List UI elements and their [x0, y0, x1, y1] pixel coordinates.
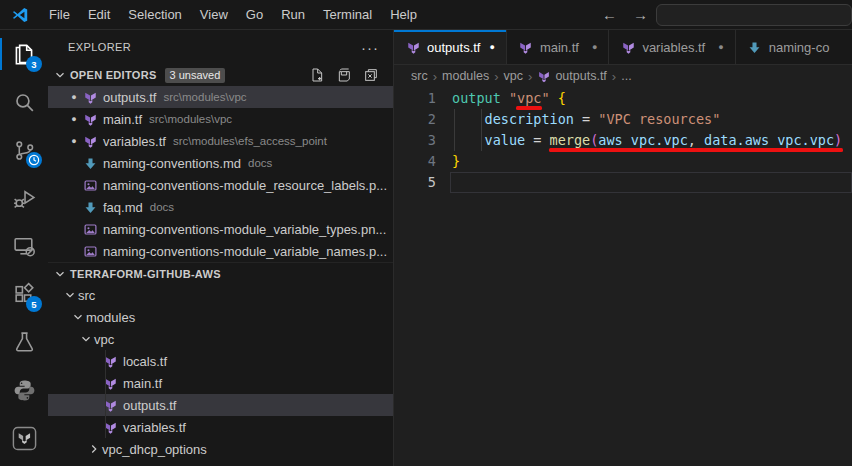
badge: 3 [26, 56, 42, 72]
sidebar-header: EXPLORER ··· [48, 30, 393, 64]
open-editor-naming-conventions.md[interactable]: naming-conventions.mddocs [48, 152, 393, 174]
tree-item-variables.tf[interactable]: variables.tf [48, 416, 393, 438]
editor-group: outputs.tf●main.tf●variables.tf●naming-c… [394, 30, 852, 466]
code-line-3[interactable]: 3 value = merge(aws_vpc.vpc, data.aws_vp… [394, 130, 852, 151]
breadcrumb-...[interactable]: ... [621, 69, 631, 83]
tree-item-label: locals.tf [123, 354, 167, 369]
tree-item-vpc[interactable]: vpc [48, 328, 393, 350]
menu-terminal[interactable]: Terminal [314, 4, 381, 25]
tree-item-label: outputs.tf [123, 398, 176, 413]
tree-item-main.tf[interactable]: main.tf [48, 372, 393, 394]
open-editor-naming-conventions-module_variable_names.p...[interactable]: naming-conventions-module_variable_names… [48, 240, 393, 262]
more-actions-icon[interactable]: ··· [361, 39, 379, 56]
open-editor-main.tf[interactable]: ●main.tfsrc\modules\vpc [48, 108, 393, 130]
history-back-button[interactable]: ← [594, 6, 625, 23]
modified-dot: ● [66, 92, 82, 102]
file-name: naming-conventions-module_variable_types… [103, 222, 386, 237]
menu-file[interactable]: File [40, 4, 79, 25]
tab-outputs.tf[interactable]: outputs.tf● [394, 30, 507, 65]
current-line-highlight [450, 172, 852, 193]
menu-view[interactable]: View [191, 4, 237, 25]
activitybar-source-control[interactable] [0, 126, 48, 174]
file-name: outputs.tf [103, 90, 156, 105]
tab-variables.tf[interactable]: variables.tf● [609, 30, 735, 64]
open-editor-naming-conventions-module_variable_types.pn...[interactable]: naming-conventions-module_variable_types… [48, 218, 393, 240]
command-center-search[interactable] [656, 4, 852, 26]
testing-icon [12, 330, 37, 355]
menu-go[interactable]: Go [237, 4, 272, 25]
chevron-right-icon [86, 441, 102, 457]
breadcrumb-separator: › [494, 69, 498, 84]
breadcrumb-separator: › [528, 69, 532, 84]
terraform-icon [537, 69, 551, 83]
history-forward-button[interactable]: → [625, 6, 656, 23]
terraform-boxed-icon [11, 425, 38, 452]
code-line-4[interactable]: 4} [394, 151, 852, 172]
terraform-icon [82, 89, 98, 105]
save-all-button[interactable] [336, 67, 352, 83]
tree-item-outputs.tf[interactable]: outputs.tf [48, 394, 393, 416]
close-all-button[interactable] [363, 67, 379, 83]
menu-help[interactable]: Help [381, 4, 426, 25]
tab-label: naming-co [769, 40, 830, 55]
open-editors-label: OPEN EDITORS [70, 69, 157, 81]
breadcrumb-src[interactable]: src [411, 69, 428, 83]
image-icon [82, 177, 98, 193]
tree-item-src[interactable]: src [48, 284, 393, 306]
file-name: faq.md [103, 200, 143, 215]
activitybar-run-and-debug[interactable] [0, 174, 48, 222]
menu-edit[interactable]: Edit [79, 4, 119, 25]
code-line-5[interactable]: 5 [394, 172, 852, 193]
file-path: src\modules\vpc [149, 113, 232, 125]
modified-dot: ● [592, 42, 597, 52]
open-editors-header[interactable]: OPEN EDITORS3 unsaved [48, 64, 393, 86]
chevron-down-icon [70, 309, 86, 325]
open-editor-naming-conventions-module_resource_labels.p...[interactable]: naming-conventions-module_resource_label… [48, 174, 393, 196]
tree-item-vpc_dhcp_options[interactable]: vpc_dhcp_options [48, 438, 393, 460]
line-number: 2 [394, 109, 436, 130]
project-section-header[interactable]: TERRAFORM-GITHUB-AWS [48, 262, 393, 284]
activitybar-testing[interactable] [0, 318, 48, 366]
breadcrumb-outputs.tf[interactable]: outputs.tf [537, 69, 606, 83]
tab-label: main.tf [540, 40, 579, 55]
open-editor-faq.md[interactable]: faq.mddocs [48, 196, 393, 218]
tree-indent-guide [105, 350, 106, 438]
code-editor[interactable]: 1output "vpc" {2 description = "VPC reso… [394, 87, 852, 466]
run-and-debug-icon [12, 186, 37, 211]
file-name: main.tf [103, 112, 142, 127]
markdown-icon [82, 155, 98, 171]
open-editor-outputs.tf[interactable]: ●outputs.tfsrc\modules\vpc [48, 86, 393, 108]
open-editor-variables.tf[interactable]: ●variables.tfsrc\modules\efs_access_poin… [48, 130, 393, 152]
code-line-1[interactable]: 1output "vpc" { [394, 88, 852, 109]
markdown-icon [82, 199, 98, 215]
menu-run[interactable]: Run [272, 4, 314, 25]
breadcrumb-modules[interactable]: modules [442, 69, 489, 83]
modified-dot: ● [489, 42, 494, 52]
activitybar-explorer[interactable]: 3 [0, 30, 48, 78]
remote-explorer-icon [12, 234, 37, 259]
tab-main.tf[interactable]: main.tf● [507, 30, 609, 64]
markdown-icon [747, 39, 763, 55]
breadcrumb-separator: › [433, 69, 437, 84]
tree-item-label: vpc [94, 332, 114, 347]
new-file-button[interactable] [309, 67, 325, 83]
tree-item-modules[interactable]: modules [48, 306, 393, 328]
code-line-2[interactable]: 2 description = "VPC resources" [394, 109, 852, 130]
activitybar-remote-explorer[interactable] [0, 222, 48, 270]
menu-selection[interactable]: Selection [119, 4, 190, 25]
tab-label: variables.tf [642, 40, 705, 55]
breadcrumb-vpc[interactable]: vpc [504, 69, 523, 83]
activitybar-terraform[interactable] [0, 414, 48, 462]
line-number: 5 [394, 172, 436, 193]
activitybar-search[interactable] [0, 78, 48, 126]
modified-dot: ● [718, 42, 723, 52]
explorer-sidebar: EXPLORER ··· OPEN EDITORS3 unsaved ●outp… [48, 30, 394, 466]
tab-naming-co[interactable]: naming-co [736, 30, 852, 64]
python-icon [12, 378, 37, 403]
activitybar-python[interactable] [0, 366, 48, 414]
indent-guide [481, 109, 482, 151]
activitybar-extensions[interactable]: 5 [0, 270, 48, 318]
file-path: src\modules\vpc [163, 91, 246, 103]
chevron-down-icon [62, 287, 78, 303]
tree-item-locals.tf[interactable]: locals.tf [48, 350, 393, 372]
